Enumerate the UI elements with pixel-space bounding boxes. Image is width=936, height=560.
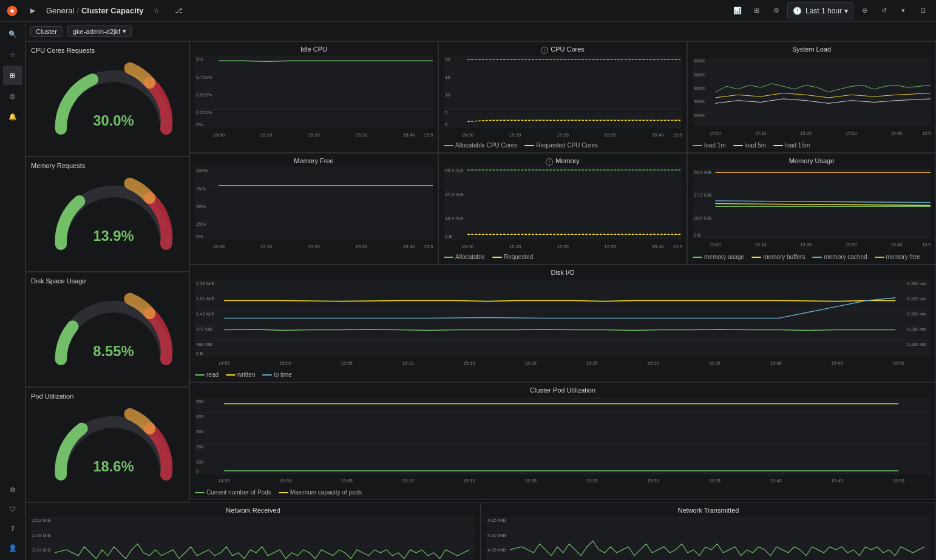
sidebar-item-help[interactable]: ?: [3, 519, 22, 538]
refresh-options-icon[interactable]: ▾: [895, 2, 912, 19]
svg-text:15:45: 15:45: [831, 360, 843, 366]
memory-usage-title: Memory Usage: [693, 157, 931, 164]
cpu-cores-chart: 20 15 10 5 0 15:00 15:10 15:20 15:30 15:: [444, 55, 682, 140]
charts-column: Idle CPU 1% 0.750% 0.500% 0.250%: [189, 41, 936, 502]
svg-rect-159: [31, 517, 475, 560]
tv-icon[interactable]: ⊡: [914, 2, 931, 19]
legend-mem-cached: memory cached: [812, 254, 867, 260]
clock-icon: 🕐: [793, 7, 802, 15]
svg-text:0.320 ms: 0.320 ms: [907, 296, 927, 302]
svg-text:0.300 ms: 0.300 ms: [907, 311, 927, 317]
svg-text:15:45: 15:45: [831, 478, 843, 484]
memory-requests-gauge-panel: Memory Requests 13.9%: [25, 157, 189, 272]
svg-text:2.38 MiB: 2.38 MiB: [196, 281, 214, 286]
cluster-filter-badge[interactable]: Cluster: [30, 26, 63, 37]
svg-text:200: 200: [196, 444, 204, 450]
svg-text:30.0%: 30.0%: [93, 112, 134, 129]
svg-text:4.10 MiB: 4.10 MiB: [487, 533, 506, 538]
legend-max-pods: Maximum capacity of pods: [279, 489, 362, 496]
svg-text:15:10: 15:10: [402, 360, 413, 366]
svg-text:15:50: 15:50: [673, 244, 682, 249]
svg-text:300: 300: [196, 429, 204, 434]
cpu-cores-info-icon[interactable]: i: [541, 47, 548, 54]
cluster-pod-panel: Cluster Pod Utilization 500 400 300 200 …: [189, 382, 936, 500]
svg-text:400%: 400%: [694, 86, 705, 91]
legend-load15m-color: [773, 145, 783, 146]
settings-icon[interactable]: ⚙: [768, 2, 785, 19]
memory-info-icon[interactable]: i: [546, 158, 553, 166]
sidebar-item-starred[interactable]: ☆: [3, 45, 22, 64]
sidebar-item-settings[interactable]: ⚙: [3, 480, 22, 499]
bar-chart-icon[interactable]: 📊: [729, 2, 746, 19]
legend-io-time: io time: [262, 371, 291, 378]
svg-text:15:20: 15:20: [800, 242, 812, 248]
svg-text:15:30: 15:30: [356, 244, 368, 249]
svg-text:15:40: 15:40: [652, 132, 664, 138]
legend-read: read: [195, 371, 219, 378]
legend-memory-alloc: Allocatable: [444, 254, 485, 260]
time-range-label: Last 1 hour: [805, 7, 842, 15]
svg-text:15:00: 15:00: [212, 244, 225, 249]
svg-text:0.250%: 0.250%: [196, 110, 212, 115]
topbar: ▶ General / Cluster Capacity ☆ ⎇ 📊 ⊞ ⚙ 🕐…: [0, 0, 936, 22]
svg-text:15:35: 15:35: [708, 478, 720, 484]
memory-free-panel: Memory Free 100% 75% 50% 25% 0%: [189, 153, 438, 265]
svg-text:15:30: 15:30: [356, 132, 368, 138]
svg-text:15: 15: [445, 75, 450, 80]
network-received-chart: 2.53 MiB 2.48 MiB 2.43 MiB 2.38 MiB 2.34…: [31, 516, 475, 560]
memory-panel: i Memory 55.9 GiB 37.3 GiB 18.6 GiB 0 B: [438, 153, 687, 265]
svg-text:75%: 75%: [196, 186, 206, 192]
sidebar-item-alerts[interactable]: 🔔: [3, 107, 22, 126]
svg-text:1.91 MiB: 1.91 MiB: [196, 296, 214, 302]
svg-text:15:20: 15:20: [308, 244, 320, 249]
zoom-out-icon[interactable]: ⊖: [856, 2, 873, 19]
disk-io-legend: read written io time: [195, 371, 931, 378]
svg-text:488 KiB: 488 KiB: [196, 342, 212, 347]
time-range-picker[interactable]: 🕐 Last 1 hour ▾: [787, 2, 853, 19]
dashboard-grid: CPU Cores Requests 30.0%: [25, 41, 936, 502]
breadcrumb-title: Cluster Capacity: [81, 6, 144, 15]
svg-text:15:40: 15:40: [652, 244, 664, 249]
svg-text:15:25: 15:25: [586, 478, 597, 484]
star-icon[interactable]: ☆: [148, 2, 165, 19]
legend-requested-cpu: Requested CPU Cores: [524, 142, 598, 149]
sidebar-item-explore[interactable]: ◎: [3, 86, 22, 106]
svg-text:55.9 GiB: 55.9 GiB: [694, 170, 711, 175]
share-icon[interactable]: ⎇: [170, 2, 187, 19]
svg-text:15:00: 15:00: [461, 132, 473, 138]
memory-free-chart: 100% 75% 50% 25% 0% 15:00 15:10 15:20 15…: [195, 167, 433, 252]
table-icon[interactable]: ⊞: [748, 2, 765, 19]
svg-text:0.260 ms: 0.260 ms: [907, 342, 927, 347]
svg-text:15:50: 15:50: [922, 242, 931, 248]
sidebar-toggle[interactable]: ▶: [24, 2, 41, 19]
refresh-icon[interactable]: ↺: [875, 2, 892, 19]
sidebar-item-search[interactable]: 🔍: [3, 24, 22, 44]
cpu-cores-panel: i CPU Cores 20 15 10 5 0: [438, 41, 687, 153]
cpu-cores-title: CPU Cores: [551, 46, 585, 53]
cluster-pod-legend: Current number of Pods Maximum capacity …: [195, 489, 931, 496]
svg-text:14:55: 14:55: [218, 360, 229, 366]
sidebar-bottom: ⚙ 🛡 ? 👤: [3, 480, 22, 558]
sidebar-item-user[interactable]: 👤: [3, 538, 22, 558]
sidebar-item-dashboards[interactable]: ⊞: [3, 66, 22, 85]
legend-mem-buffers: memory buffers: [751, 254, 805, 260]
sidebar-item-shield[interactable]: 🛡: [3, 499, 22, 519]
legend-memory-req: Requested: [492, 254, 533, 260]
cpu-cores-gauge-panel: CPU Cores Requests 30.0%: [25, 41, 189, 157]
svg-text:4.15 MiB: 4.15 MiB: [487, 518, 506, 523]
legend-mem-free: memory free: [875, 254, 920, 260]
subbar: Cluster gke-admin-d2jkf ▾: [25, 22, 936, 41]
svg-text:0.340 ms: 0.340 ms: [907, 281, 927, 286]
svg-text:15:10: 15:10: [509, 132, 521, 138]
svg-text:15:30: 15:30: [846, 242, 857, 248]
pod-utilization-gauge-title: Pod Utilization: [31, 393, 73, 400]
svg-text:2.43 MiB: 2.43 MiB: [32, 547, 51, 553]
node-selector[interactable]: gke-admin-d2jkf ▾: [67, 25, 132, 37]
charts-row-1: Idle CPU 1% 0.750% 0.500% 0.250%: [189, 41, 936, 153]
svg-text:15:05: 15:05: [341, 360, 352, 366]
svg-text:15:15: 15:15: [463, 360, 475, 366]
pod-utilization-gauge-container: 18.6%: [47, 402, 168, 481]
svg-rect-134: [195, 398, 931, 474]
svg-text:15:15: 15:15: [463, 478, 475, 484]
svg-text:100%: 100%: [196, 168, 208, 174]
